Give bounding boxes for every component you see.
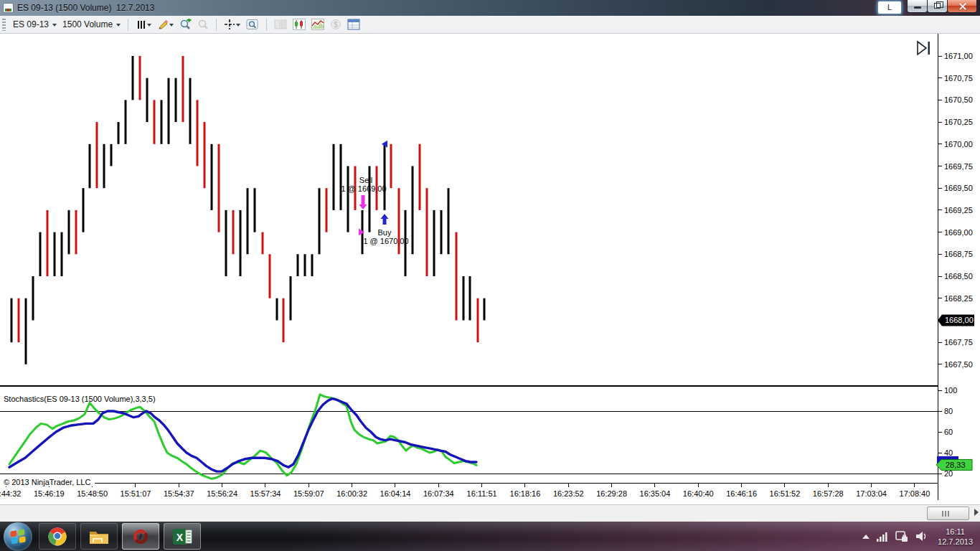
grid-panel-icon — [347, 19, 360, 30]
price-bar — [25, 298, 27, 364]
chart-canvas[interactable]: 1671,001670,751670,501670,251670,001669,… — [0, 34, 980, 504]
taskbar-item-explorer[interactable] — [80, 523, 118, 550]
price-bar — [469, 276, 471, 320]
stoch-axis-label: 60 — [944, 428, 953, 436]
price-bar — [463, 276, 465, 320]
price-axis-label: 1668,25 — [944, 294, 973, 303]
chart-horizontal-scrollbar[interactable] — [0, 504, 980, 522]
stoch-axis-label: 80 — [944, 407, 953, 415]
price-axis-label: 1669,50 — [944, 184, 973, 192]
interval-label: 1500 Volume — [62, 19, 113, 29]
taskbar-item-ninjatrader[interactable] — [122, 523, 159, 550]
price-bar — [146, 78, 149, 122]
interval-selector[interactable]: 1500 Volume — [60, 18, 123, 31]
clock-time: 16:11 — [938, 527, 973, 537]
svg-text:$: $ — [334, 21, 338, 29]
dollar-coin-icon: $ — [330, 19, 341, 30]
chart-area[interactable]: 1671,001670,751670,501670,251670,001669,… — [0, 34, 980, 504]
price-bar — [412, 166, 414, 255]
time-axis-label: 16:11:51 — [467, 489, 497, 498]
restore-button[interactable] — [927, 0, 948, 13]
minimize-button[interactable] — [907, 0, 928, 13]
folder-icon — [88, 527, 110, 546]
scrollbar-right-arrow-icon[interactable] — [974, 509, 979, 516]
taskbar-item-chrome[interactable] — [39, 523, 76, 550]
price-bar — [168, 78, 170, 144]
scrollbar-thumb[interactable] — [927, 507, 969, 520]
price-bar — [68, 210, 70, 254]
time-axis-label: 16:46:16 — [726, 489, 757, 498]
price-bar — [47, 210, 49, 276]
time-axis-label: 16:57:28 — [813, 489, 844, 498]
zoom-out-icon — [197, 19, 209, 30]
compare-charts-button[interactable] — [273, 18, 288, 31]
close-button[interactable] — [947, 0, 977, 13]
time-axis-label: 16:04:14 — [380, 489, 411, 498]
price-bar — [75, 210, 77, 254]
price-bar — [419, 144, 421, 210]
data-box-button[interactable] — [245, 18, 260, 31]
price-bar — [426, 188, 428, 276]
zoom-in-icon — [179, 19, 192, 30]
price-bar — [333, 144, 335, 210]
clock-date: 12.7.2013 — [938, 537, 973, 547]
properties-button[interactable] — [346, 18, 362, 31]
toolbar-grip[interactable] — [2, 19, 6, 31]
price-bar — [182, 56, 184, 122]
instrument-selector[interactable]: ES 09-13 — [10, 18, 60, 31]
price-bar — [61, 232, 63, 276]
crosshair-icon — [224, 19, 236, 30]
taskbar-clock[interactable]: 16:11 12.7.2013 — [935, 527, 973, 547]
price-bar — [225, 210, 227, 276]
price-bar — [433, 210, 435, 276]
network-plug-icon[interactable] — [895, 531, 908, 542]
price-bar — [39, 232, 42, 276]
price-bar — [319, 188, 321, 254]
price-axis-label: 1669,00 — [944, 228, 973, 237]
time-axis-label: 15:59:07 — [293, 489, 324, 498]
stoch-line-k — [9, 395, 476, 479]
buy-label: Buy — [378, 228, 392, 237]
scroll-to-end-icon[interactable] — [916, 39, 932, 61]
split-panels-icon — [274, 19, 287, 30]
price-bar — [247, 188, 249, 254]
window-chart-icon — [3, 3, 14, 13]
drawing-tools-button[interactable] — [156, 18, 175, 31]
hidden-icons-button[interactable] — [862, 534, 870, 539]
start-button[interactable] — [4, 522, 32, 551]
time-axis-label: 15:51:07 — [121, 489, 151, 498]
price-bar — [304, 254, 306, 276]
zoom-out-button[interactable] — [196, 18, 210, 31]
time-axis-label: 15:48:50 — [77, 489, 108, 498]
chart-trader-button[interactable] — [291, 18, 307, 31]
price-bar — [132, 56, 134, 100]
price-bar — [232, 210, 235, 254]
price-bar — [254, 188, 256, 232]
volume-icon[interactable] — [915, 531, 928, 542]
price-axis-label: 1671,00 — [944, 52, 973, 60]
time-axis-label: 16:00:32 — [336, 489, 367, 498]
copyright-label: © 2013 NinjaTrader, LLC — [4, 478, 90, 486]
taskbar-item-excel[interactable]: X — [164, 523, 201, 550]
chart-regions-button[interactable] — [310, 18, 326, 31]
price-bar — [89, 144, 91, 188]
chart-style-button[interactable] — [134, 18, 153, 31]
price-bar — [484, 298, 486, 321]
stoch-axis-label: 100 — [944, 386, 957, 395]
price-bar — [456, 232, 458, 321]
price-bar — [276, 298, 278, 321]
price-bar — [154, 100, 156, 143]
title-bar: ES 09-13 (1500 Volume) 12.7.2013 L — [0, 0, 980, 16]
buy-arrow-icon — [381, 214, 389, 219]
data-box-icon — [246, 19, 259, 30]
crosshair-button[interactable] — [222, 18, 242, 31]
zoom-in-button[interactable] — [178, 18, 193, 31]
price-bar — [32, 276, 34, 320]
time-axis-label: 17:03:04 — [856, 489, 887, 498]
instrument-link-button[interactable]: L — [877, 1, 902, 14]
network-signal-icon[interactable] — [877, 532, 888, 542]
account-data-button[interactable]: $ — [329, 18, 343, 31]
time-axis-label: 17:08:40 — [900, 489, 930, 498]
price-bar — [448, 188, 450, 254]
window-title: ES 09-13 (1500 Volume) 12.7.2013 — [17, 3, 154, 13]
